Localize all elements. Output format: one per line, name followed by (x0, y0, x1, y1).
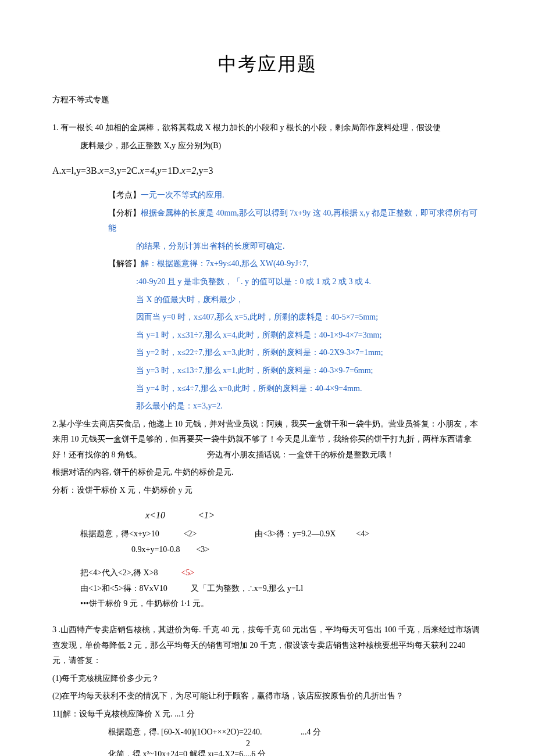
q2-e1: x<10 <1> (52, 507, 483, 524)
q1-jd9: 那么最小的是：x=3,y=2. (52, 399, 483, 414)
q1-jd2: :40-9y20 且 y 是非负整数，「. y 的值可以是：0 或 1 或 2 … (52, 274, 483, 290)
q1-stem: 1. 有一根长 40 加相的金属棒，欲将其截成 X 根力加长的小段和 y 根长的… (52, 120, 483, 136)
q2-e5a: 由<1>和<5>得：8VxV10 (80, 581, 167, 597)
q2-e4b: <5> (181, 565, 195, 581)
q3-p2: (1)每千克核桃应降价多少元？ (52, 671, 483, 687)
q1-jd8: 当 y=4 时，x≤4÷7,那么 x=0,此时，所剩的废料是：40-4×9=4m… (52, 381, 483, 397)
kd-text: 一元一次不等式的应用. (141, 191, 224, 199)
q1-kd: 【考点】一元一次不等式的应用. (52, 188, 483, 203)
fx-text1: 根据金属棒的长度是 40mm,那么可以得到 7x+9y 这 40,再根据 x,y… (108, 209, 477, 233)
jd-label: 【解答】 (108, 259, 141, 268)
jd-l1: 解：根据题意得：7x+9y≤40,那么 XW(40-9yJ÷7, (141, 259, 309, 268)
fx-label: 【分析】 (108, 209, 141, 217)
q1-stem2: 废料最少，那么正整数 X,y 应分别为(B) (52, 138, 483, 154)
q2-e3: 0.9x+y=10-0.8 <3> (52, 542, 483, 558)
q1-options: A.x=l,y=3B.x=3,y=2C.x=4,y=1D.x=2,y=3 (52, 162, 483, 180)
q1-jd4: 因而当 y=0 时，x≤407,那么 x=5,此时，所剩的废料是：40-5×7=… (52, 310, 483, 325)
q2-p1: 2.某小学生去商店买食品，他递上 10 元钱，并对营业员说：阿姨，我买一盒饼干和… (52, 417, 483, 463)
q3-p1: 3 .山西特产专卖店销售核桃，其进价为每. 千克 40 元，按每千克 60 元出… (52, 622, 483, 669)
q3-p5-text: 根据题意，得. [60-X-40](1OO+××2O)=2240. ...4 分 (108, 728, 321, 736)
q2-p2: 根据对话的内容, 饼干的标价是元, 牛奶的标价是元. (52, 465, 483, 481)
q1-jd1: 【解答】解：根据题意得：7x+9y≤40,那么 XW(40-9yJ÷7, (52, 256, 483, 272)
q1-jd7: 当 y=3 时，x≤13÷7,那么 x=1,此时，所剩的废料是：40-3×9-7… (52, 363, 483, 379)
q2-e5b: 又「工为整数，∴x=9,那么 y=Ll (191, 581, 303, 597)
q2-e4a: 把<4>代入<2>,得 X>8 (80, 565, 158, 581)
page-title: 中考应用题 (52, 46, 483, 82)
q3-p4: 11[解：设每千克核桃应降价 X 元. ...1 分 (52, 707, 483, 722)
q2-p3: 分析：设饼干标价 X 元，牛奶标价 y 元 (52, 483, 483, 499)
q3-p3: (2)在平均每天获利不变的情况下，为尽可能让利于顾客，赢得市场，该店应按原售价的… (52, 689, 483, 704)
q1-jd6: 当 y=2 时，x≤22÷7,那么 x=3,此时，所剩的废料是：40-2X9-3… (52, 345, 483, 361)
q2-e2b: 由<3>得：y=9.2—0.9X <4> (220, 526, 369, 542)
q1-fx2: 的结果，分别计算出省料的长度即可确定. (52, 239, 483, 255)
q3-p6: 化简，得 x²~10x+24=0 解得 xι=4,X2=6....6 分 (52, 747, 483, 756)
q3-p5-under: 2 (246, 736, 250, 752)
kd-label: 【考点】 (108, 191, 141, 199)
q2-e2a: 根据题意，得<x+y>10 <2> (80, 526, 197, 542)
q1-jd5: 当 y=1 时，x≤31÷7,那么 x=4,此时，所剩的废料是：40-1×9-4… (52, 328, 483, 343)
q1-jd3: 当 X 的值最大时，废料最少， (52, 292, 483, 308)
q1-fx1: 【分析】根据金属棒的长度是 40mm,那么可以得到 7x+9y 这 40,再根据… (52, 206, 483, 237)
q3-p5: 根据题意，得. [60-X-40](1OO+××2O)=2240. ...4 分… (52, 725, 483, 740)
q2-e6: •••饼干标价 9 元，牛奶标价 1·1 元。 (52, 596, 483, 612)
section-subtitle: 方程不等式专题 (52, 92, 483, 108)
